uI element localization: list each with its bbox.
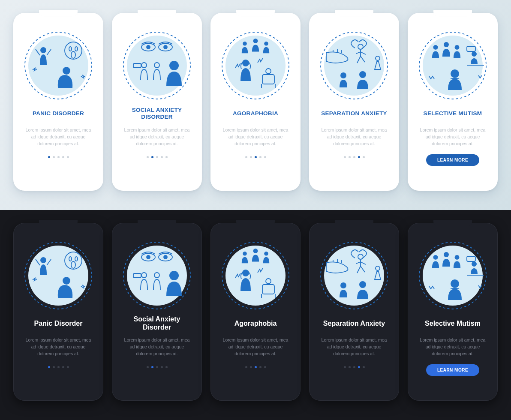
panic-disorder-icon bbox=[22, 239, 95, 312]
pagination-dot[interactable] bbox=[147, 156, 149, 158]
onboarding-screen: Selective MutismLorem ipsum dolor sit am… bbox=[408, 223, 498, 401]
pagination-dots bbox=[245, 156, 266, 158]
pagination-dot[interactable] bbox=[264, 156, 266, 158]
selective-mutism-icon bbox=[416, 29, 489, 102]
onboarding-screen: Panic DisorderLorem ipsum dolor sit amet… bbox=[13, 223, 103, 401]
separation-anxiety-icon bbox=[318, 239, 391, 312]
pagination-dot[interactable] bbox=[57, 156, 60, 158]
screen-title: SELECTIVE MUTISM bbox=[418, 105, 488, 123]
screen-description: Lorem ipsum dolor sit amet, mea ad idque… bbox=[115, 127, 198, 148]
pagination-dot[interactable] bbox=[57, 366, 60, 368]
pagination-dot[interactable] bbox=[245, 156, 247, 158]
screen-title: Agoraphobia bbox=[228, 315, 283, 333]
pagination-dot[interactable] bbox=[67, 366, 69, 368]
onboarding-screen: SELECTIVE MUTISMLorem ipsum dolor sit am… bbox=[408, 13, 498, 191]
pagination-dot[interactable] bbox=[161, 156, 163, 158]
pagination-dots bbox=[245, 366, 266, 368]
social-anxiety-icon bbox=[120, 239, 193, 312]
pagination-dot[interactable] bbox=[147, 366, 149, 368]
pagination-dot[interactable] bbox=[245, 366, 247, 368]
pagination-dots bbox=[147, 366, 168, 368]
pagination-dot[interactable] bbox=[156, 156, 158, 158]
social-anxiety-icon bbox=[120, 29, 193, 102]
panic-disorder-icon bbox=[22, 29, 95, 102]
pagination-dots bbox=[344, 156, 365, 158]
screen-title: PANIC DISORDER bbox=[27, 105, 90, 123]
pagination-dot[interactable] bbox=[53, 366, 55, 368]
pagination-dot[interactable] bbox=[353, 156, 355, 158]
onboarding-screen: Separation AnxietyLorem ipsum dolor sit … bbox=[309, 223, 399, 401]
onboarding-screen: SOCIAL ANXIETY DISORDERLorem ipsum dolor… bbox=[112, 13, 202, 191]
screen-description: Lorem ipsum dolor sit amet, mea ad idque… bbox=[214, 337, 297, 358]
screen-title: SOCIAL ANXIETY DISORDER bbox=[115, 105, 198, 123]
light-theme-row: PANIC DISORDERLorem ipsum dolor sit amet… bbox=[0, 0, 511, 210]
pagination-dot[interactable] bbox=[151, 366, 153, 368]
pagination-dot[interactable] bbox=[151, 156, 153, 158]
screen-title: Social Anxiety Disorder bbox=[115, 315, 198, 333]
agoraphobia-icon bbox=[219, 239, 292, 312]
pagination-dot[interactable] bbox=[161, 366, 163, 368]
pagination-dot[interactable] bbox=[250, 366, 252, 368]
screen-description: Lorem ipsum dolor sit amet, mea ad idque… bbox=[411, 337, 494, 358]
pagination-dot[interactable] bbox=[344, 156, 346, 158]
pagination-dot[interactable] bbox=[349, 156, 351, 158]
pagination-dot[interactable] bbox=[53, 156, 55, 158]
pagination-dot[interactable] bbox=[250, 156, 252, 158]
pagination-dot[interactable] bbox=[259, 156, 262, 158]
pagination-dot[interactable] bbox=[165, 156, 168, 158]
learn-more-button[interactable]: LEARN MORE bbox=[426, 154, 479, 166]
screen-description: Lorem ipsum dolor sit amet, mea ad idque… bbox=[313, 337, 396, 358]
pagination-dot[interactable] bbox=[156, 366, 158, 368]
screen-title: SEPARATION ANXIETY bbox=[315, 105, 393, 123]
pagination-dot[interactable] bbox=[363, 366, 365, 368]
pagination-dots bbox=[147, 156, 168, 158]
pagination-dot[interactable] bbox=[259, 366, 262, 368]
pagination-dot[interactable] bbox=[363, 156, 365, 158]
pagination-dot[interactable] bbox=[255, 366, 257, 368]
pagination-dot[interactable] bbox=[165, 366, 168, 368]
selective-mutism-icon bbox=[416, 239, 489, 312]
screen-description: Lorem ipsum dolor sit amet, mea ad idque… bbox=[17, 127, 100, 148]
onboarding-screen: SEPARATION ANXIETYLorem ipsum dolor sit … bbox=[309, 13, 399, 191]
pagination-dot[interactable] bbox=[62, 156, 64, 158]
onboarding-screen: Social Anxiety DisorderLorem ipsum dolor… bbox=[112, 223, 202, 401]
screen-title: Selective Mutism bbox=[419, 315, 487, 333]
screen-description: Lorem ipsum dolor sit amet, mea ad idque… bbox=[17, 337, 100, 358]
agoraphobia-icon bbox=[219, 29, 292, 102]
onboarding-screen: PANIC DISORDERLorem ipsum dolor sit amet… bbox=[13, 13, 103, 191]
pagination-dot[interactable] bbox=[255, 156, 257, 158]
separation-anxiety-icon bbox=[318, 29, 391, 102]
screen-title: Separation Anxiety bbox=[317, 315, 391, 333]
pagination-dot[interactable] bbox=[344, 366, 346, 368]
pagination-dot[interactable] bbox=[349, 366, 351, 368]
screen-description: Lorem ipsum dolor sit amet, mea ad idque… bbox=[115, 337, 198, 358]
pagination-dot[interactable] bbox=[62, 366, 64, 368]
screen-description: Lorem ipsum dolor sit amet, mea ad idque… bbox=[214, 127, 297, 148]
pagination-dot[interactable] bbox=[358, 156, 360, 158]
onboarding-screen: AgoraphobiaLorem ipsum dolor sit amet, m… bbox=[210, 223, 301, 401]
pagination-dot[interactable] bbox=[264, 366, 266, 368]
pagination-dot[interactable] bbox=[48, 156, 50, 158]
screen-title: AGORAPHOBIA bbox=[227, 105, 284, 123]
pagination-dot[interactable] bbox=[67, 156, 69, 158]
learn-more-button[interactable]: LEARN MORE bbox=[426, 364, 479, 376]
screen-description: Lorem ipsum dolor sit amet, mea ad idque… bbox=[411, 127, 494, 148]
dark-theme-row: Panic DisorderLorem ipsum dolor sit amet… bbox=[0, 210, 511, 420]
screen-description: Lorem ipsum dolor sit amet, mea ad idque… bbox=[313, 127, 396, 148]
screen-title: Panic Disorder bbox=[28, 315, 89, 333]
pagination-dot[interactable] bbox=[358, 366, 360, 368]
pagination-dots bbox=[48, 156, 69, 158]
pagination-dot[interactable] bbox=[48, 366, 50, 368]
pagination-dot[interactable] bbox=[353, 366, 355, 368]
pagination-dots bbox=[344, 366, 365, 368]
onboarding-screen: AGORAPHOBIALorem ipsum dolor sit amet, m… bbox=[210, 13, 301, 191]
pagination-dots bbox=[48, 366, 69, 368]
